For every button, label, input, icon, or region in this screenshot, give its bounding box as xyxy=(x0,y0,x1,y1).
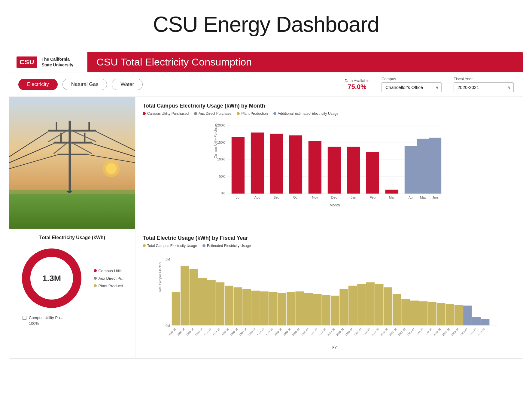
fiscal-bar-32 xyxy=(454,305,463,325)
fiscal-year-label-17: 2003-20 xyxy=(318,328,327,336)
legend-aux-direct: Aux Direct Purchase xyxy=(194,111,231,116)
fiscal-bar-16 xyxy=(313,294,321,325)
header-bar: CSU The CaliforniaState University CSU T… xyxy=(9,52,523,72)
fiscal-legend-estimated: Estimated Electricity Usage xyxy=(202,244,251,248)
svg-text:Jan: Jan xyxy=(351,196,356,199)
svg-text:Total Campus Electrici...: Total Campus Electrici... xyxy=(159,260,162,292)
fiscal-year-label-35: 2021-20 xyxy=(477,328,486,336)
legend-label-plant-production: Plant Production xyxy=(241,111,268,116)
fiscal-year-label-33: 2019-20 xyxy=(460,328,468,336)
bar-apr xyxy=(405,146,418,193)
fiscal-year-dropdown-block: Fiscal Year 2020-2021 xyxy=(454,77,514,92)
bottom-legend-label: Campus Utility Pu... xyxy=(29,315,63,320)
donut-label-campus: Campus Utilit... xyxy=(99,269,125,273)
fiscal-year-label-5: 1991-19 xyxy=(212,328,221,336)
svg-text:Nov: Nov xyxy=(312,196,318,199)
campus-utility-pct: 100% xyxy=(29,321,63,326)
svg-text:150K: 150K xyxy=(217,141,225,144)
campus-select[interactable]: Chancellor's Office xyxy=(382,82,442,92)
donut-area: 1.3M Campus Utilit... Aux Direct Pu... P… xyxy=(19,245,126,311)
fiscal-chart-title: Total Electric Usage (kWh) by Fiscal Yea… xyxy=(143,235,515,241)
fiscal-year-label-18: 2004-20 xyxy=(327,328,336,336)
fiscal-bar-24 xyxy=(384,287,392,325)
fiscal-year-label-14: 2000-20 xyxy=(292,328,300,336)
fiscal-year-label: Fiscal Year xyxy=(454,77,514,81)
bottom-legend-campus-utility: Campus Utility Pu... xyxy=(23,315,63,320)
bar-dec xyxy=(328,147,341,193)
bar-feb xyxy=(366,152,379,193)
svg-point-23 xyxy=(106,163,117,174)
fiscal-year-label-24: 2010-20 xyxy=(380,328,388,336)
fiscal-year-label-16: 2002-20 xyxy=(309,328,318,336)
svg-rect-1 xyxy=(9,190,135,229)
fiscal-bar-19 xyxy=(339,289,348,325)
svg-text:Aug: Aug xyxy=(254,196,260,199)
legend-plant-production: Plant Production xyxy=(237,111,268,116)
fiscal-year-label-22: 2008-20 xyxy=(362,328,371,336)
svg-text:0M: 0M xyxy=(166,324,170,327)
fiscal-label-total: Total Campus Electricity Usage xyxy=(147,244,197,248)
csu-subtitle: The CaliforniaState University xyxy=(41,56,73,67)
fiscal-bar-33 xyxy=(463,306,472,325)
donut-legend-campus: Campus Utilit... xyxy=(94,269,126,273)
fiscal-label-estimated: Estimated Electricity Usage xyxy=(207,244,251,248)
fiscal-year-label-11: 1997-19 xyxy=(265,328,274,336)
fiscal-year-label-26: 2012-20 xyxy=(398,328,406,336)
fiscal-bar-26 xyxy=(401,299,410,325)
fiscal-chart-cell: Total Electric Usage (kWh) by Fiscal Yea… xyxy=(135,229,523,358)
fiscal-year-label-30: 2016-20 xyxy=(433,328,442,336)
bottom-legend: Campus Utility Pu... 100% xyxy=(17,315,63,326)
fiscal-year-dropdown-wrapper: 2020-2021 xyxy=(454,82,514,92)
legend-campus-utility: Campus Utility Purchased xyxy=(143,111,189,116)
fiscal-bar-34 xyxy=(472,317,481,326)
donut-label-plant: Plant Producti... xyxy=(99,284,126,288)
fiscal-bar-28 xyxy=(419,301,427,325)
legend-dot-blue xyxy=(273,112,276,115)
fiscal-bar-31 xyxy=(445,304,454,325)
fiscal-bar-12 xyxy=(278,293,286,326)
legend-label-campus-utility: Campus Utility Purchased xyxy=(147,111,189,116)
bar-jun xyxy=(429,138,441,193)
data-available-block: Data Available 75.0% xyxy=(345,78,369,91)
fiscal-year-label-29: 2015-20 xyxy=(424,328,433,336)
fiscal-year-label-6: 1992-19 xyxy=(221,328,230,336)
fiscal-bar-6 xyxy=(225,286,233,325)
bar-mar xyxy=(385,190,398,193)
campus-dropdown-block: Campus Chancellor's Office xyxy=(382,77,442,92)
monthly-chart-title: Total Campus Electricity Usage (kWh) by … xyxy=(143,103,515,109)
svg-rect-6 xyxy=(58,154,88,155)
fiscal-year-label-20: 2006-20 xyxy=(345,328,353,336)
legend-estimated: Additional Estimated Electricity Usage xyxy=(273,111,339,116)
donut-svg: 1.3M xyxy=(19,245,85,311)
tab-electricity[interactable]: Electricity xyxy=(18,79,58,90)
fiscal-bar-20 xyxy=(348,286,357,325)
svg-text:FY: FY xyxy=(332,346,337,350)
donut-legend-plant: Plant Producti... xyxy=(94,284,126,288)
fiscal-bar-18 xyxy=(331,296,339,325)
fiscal-bar-23 xyxy=(375,284,383,325)
tab-water[interactable]: Water xyxy=(112,79,143,90)
fiscal-bar-5 xyxy=(216,282,224,325)
campus-label: Campus xyxy=(382,77,442,81)
fiscal-year-select[interactable]: 2020-2021 xyxy=(454,82,514,92)
monthly-chart-cell: Total Campus Electricity Usage (kWh) by … xyxy=(135,97,523,229)
fiscal-dot-gold xyxy=(143,244,146,247)
campus-dropdown-wrapper: Chancellor's Office xyxy=(382,82,442,92)
svg-rect-10 xyxy=(84,133,85,142)
tab-natural-gas[interactable]: Natural Gas xyxy=(62,79,107,90)
svg-text:Sep: Sep xyxy=(273,196,279,199)
fiscal-year-label-15: 2001-20 xyxy=(301,328,309,336)
svg-text:Apr: Apr xyxy=(409,196,414,199)
donut-title: Total Electricity Usage (kWh) xyxy=(39,235,105,240)
fiscal-year-label-23: 2009-20 xyxy=(371,328,380,336)
bar-jul xyxy=(232,137,245,193)
fiscal-bar-0 xyxy=(172,292,180,325)
svg-text:Campus Utility Purchase...: Campus Utility Purchase... xyxy=(214,122,217,158)
fiscal-bar-13 xyxy=(287,292,295,325)
fiscal-dot-blue xyxy=(202,244,205,247)
campus-utility-checkbox[interactable] xyxy=(23,316,26,320)
fiscal-year-label-0: 1986-19 xyxy=(168,328,177,336)
fiscal-bar-10 xyxy=(260,291,269,325)
donut-dot-red xyxy=(94,269,97,272)
controls-row: Electricity Natural Gas Water Data Avail… xyxy=(9,72,523,97)
